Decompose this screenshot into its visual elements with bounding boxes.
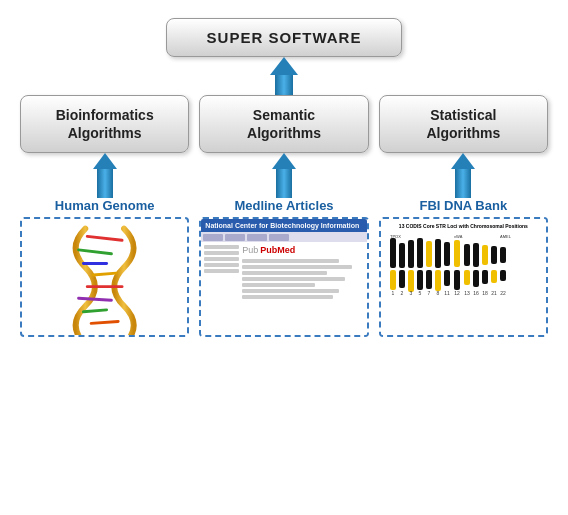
main-diagram: SUPER SOFTWARE BioinformaticsAlgorithms … — [0, 0, 568, 515]
svg-line-0 — [87, 237, 122, 241]
svg-text:16: 16 — [473, 290, 479, 296]
svg-text:3: 3 — [409, 290, 412, 296]
semantic-label: SemanticAlgorithms — [247, 107, 321, 141]
pubmed-sidebar — [204, 245, 239, 332]
arrow-head-1 — [93, 153, 117, 169]
pub-text: Pub — [242, 245, 258, 255]
dna-helix-svg — [22, 219, 187, 335]
svg-rect-27 — [444, 270, 450, 286]
svg-rect-39 — [482, 270, 488, 284]
svg-rect-33 — [464, 270, 470, 285]
source-arrows-row — [20, 153, 548, 198]
semantic-box: SemanticAlgorithms — [199, 95, 368, 153]
super-software-label: SUPER SOFTWARE — [207, 29, 362, 46]
svg-rect-41 — [491, 246, 497, 264]
svg-rect-36 — [473, 270, 479, 287]
pubmed-logo-area: Pub PubMed — [242, 245, 363, 255]
pubmed-box: National Center for Biotechnology Inform… — [199, 217, 368, 337]
nav-item-2 — [225, 234, 245, 241]
dna-helix-box — [20, 217, 189, 337]
svg-text:TPOX: TPOX — [390, 234, 401, 239]
bioinformatics-box: BioinformaticsAlgorithms — [20, 95, 189, 153]
svg-line-5 — [79, 299, 112, 301]
svg-text:2: 2 — [400, 290, 403, 296]
arrow-head-2 — [272, 153, 296, 169]
content-line-7 — [242, 295, 333, 299]
svg-text:7: 7 — [427, 290, 430, 296]
svg-line-6 — [83, 310, 106, 312]
svg-rect-38 — [482, 245, 488, 265]
sidebar-line-5 — [204, 269, 239, 273]
svg-line-3 — [93, 274, 116, 276]
svg-rect-8 — [390, 238, 396, 268]
source-images-row: National Center for Biotechnology Inform… — [20, 217, 548, 337]
content-line-6 — [242, 289, 339, 293]
content-line-2 — [242, 265, 351, 269]
pubmed-nav — [201, 232, 366, 242]
arrow-2 — [272, 153, 296, 198]
arrow-shaft-2 — [276, 169, 292, 198]
sidebar-line-2 — [204, 251, 239, 255]
svg-text:5: 5 — [418, 290, 421, 296]
svg-text:8: 8 — [436, 290, 439, 296]
human-genome-label: Human Genome — [20, 198, 189, 213]
arrow-shaft-main — [275, 75, 293, 95]
svg-rect-21 — [426, 270, 432, 289]
svg-rect-11 — [399, 243, 405, 268]
pubmed-mockup: National Center for Biotechnology Inform… — [201, 219, 366, 335]
content-line-4 — [242, 277, 345, 281]
algorithm-boxes-row: BioinformaticsAlgorithms SemanticAlgorit… — [20, 95, 548, 153]
content-line-1 — [242, 259, 339, 263]
sidebar-line-4 — [204, 263, 239, 267]
statistical-box: StatisticalAlgorithms — [379, 95, 548, 153]
super-software-box: SUPER SOFTWARE — [166, 18, 403, 57]
svg-rect-15 — [408, 270, 414, 292]
svg-text:21: 21 — [491, 290, 497, 296]
arrow-col-1 — [20, 153, 189, 198]
arrow-head-3 — [451, 153, 475, 169]
svg-text:AMEL: AMEL — [500, 234, 512, 239]
svg-line-7 — [91, 322, 118, 324]
nav-item-1 — [203, 234, 223, 241]
svg-rect-32 — [464, 244, 470, 266]
svg-text:18: 18 — [482, 290, 488, 296]
statistical-label: StatisticalAlgorithms — [426, 107, 500, 141]
svg-rect-20 — [426, 241, 432, 267]
arrow-head-main — [270, 57, 298, 75]
nav-item-4 — [269, 234, 289, 241]
fbi-dna-label: FBI DNA Bank — [379, 198, 548, 213]
arrow-shaft-3 — [455, 169, 471, 198]
sidebar-line-1 — [204, 245, 239, 249]
svg-rect-18 — [417, 270, 423, 290]
chromosome-chart: 13 CODIS Core STR Loci with Chromosomal … — [381, 219, 546, 335]
content-line-3 — [242, 271, 327, 275]
chrom-title: 13 CODIS Core STR Loci with Chromosomal … — [399, 223, 528, 229]
main-arrow-up — [270, 57, 298, 95]
svg-rect-44 — [500, 247, 506, 263]
svg-rect-23 — [435, 239, 441, 268]
content-line-5 — [242, 283, 315, 287]
svg-text:13: 13 — [464, 290, 470, 296]
svg-text:1: 1 — [391, 290, 394, 296]
svg-rect-30 — [454, 270, 460, 290]
bioinformatics-label: BioinformaticsAlgorithms — [56, 107, 154, 141]
svg-text:11: 11 — [444, 290, 450, 296]
pubmed-body: Pub PubMed — [201, 242, 366, 335]
pubmed-header: National Center for Biotechnology Inform… — [201, 219, 366, 232]
svg-text:22: 22 — [500, 290, 506, 296]
svg-rect-24 — [435, 270, 441, 291]
medline-label: Medline Articles — [199, 198, 368, 213]
svg-rect-45 — [500, 270, 506, 281]
svg-text:vWA: vWA — [454, 234, 463, 239]
svg-text:12: 12 — [454, 290, 460, 296]
arrow-3 — [451, 153, 475, 198]
svg-rect-29 — [454, 240, 460, 267]
svg-rect-26 — [444, 242, 450, 266]
med-text: PubMed — [260, 245, 295, 255]
arrow-1 — [93, 153, 117, 198]
svg-line-1 — [79, 250, 112, 254]
svg-rect-9 — [390, 270, 396, 290]
svg-rect-35 — [473, 243, 479, 267]
svg-rect-14 — [408, 240, 414, 268]
arrow-col-3 — [379, 153, 548, 198]
